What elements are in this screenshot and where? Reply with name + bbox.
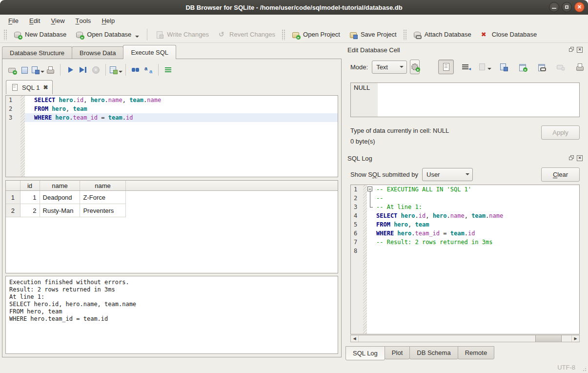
menu-view[interactable]: View bbox=[45, 15, 70, 26]
cell-value-editor[interactable]: NULL bbox=[350, 83, 580, 117]
dropdown-arrow-icon[interactable] bbox=[119, 71, 122, 73]
toolbar-handle[interactable] bbox=[403, 29, 406, 40]
menu-file[interactable]: File bbox=[3, 15, 24, 26]
write-changes-icon bbox=[155, 30, 164, 39]
save-sql-file-button[interactable] bbox=[31, 63, 44, 76]
toolbar-separator bbox=[105, 64, 106, 76]
apply-button: Apply bbox=[541, 125, 580, 140]
tab-execute-sql[interactable]: Execute SQL bbox=[123, 45, 176, 59]
print-button[interactable] bbox=[44, 63, 57, 76]
corner-header[interactable] bbox=[6, 181, 20, 191]
cell[interactable]: 2 bbox=[20, 204, 40, 217]
save-project-button[interactable]: Save Project bbox=[345, 28, 401, 41]
fold-marker[interactable]: − bbox=[367, 185, 374, 194]
toolbar-handle[interactable] bbox=[282, 29, 285, 40]
format-sql-icon bbox=[164, 65, 173, 74]
tab-database-structure[interactable]: Database Structure bbox=[2, 46, 72, 59]
table-row[interactable]: 22Rusty-ManPreventers bbox=[6, 204, 338, 217]
sql-editor[interactable]: 1SELECT hero.id, hero.name, team.name2FR… bbox=[5, 95, 338, 177]
tab-browse-data[interactable]: Browse Data bbox=[72, 46, 123, 59]
open-sql-file-button[interactable] bbox=[19, 63, 31, 76]
auto-switch-mode-button[interactable] bbox=[410, 60, 420, 74]
cell[interactable]: Preventers bbox=[80, 204, 125, 217]
save-results-button[interactable] bbox=[109, 63, 122, 76]
code-line: 8 bbox=[351, 247, 579, 255]
close-button[interactable]: ✕ bbox=[574, 2, 585, 12]
cell[interactable]: 1 bbox=[20, 191, 40, 204]
execute-all-button[interactable] bbox=[64, 63, 77, 76]
dock-tab-plot[interactable]: Plot bbox=[385, 346, 410, 359]
cell[interactable]: Deadpond bbox=[40, 191, 80, 204]
open-database-button[interactable]: Open Database bbox=[71, 28, 143, 41]
scroll-left-icon[interactable]: ◀ bbox=[351, 335, 359, 342]
edit-cell-title: Edit Database Cell bbox=[347, 46, 400, 54]
filter-select[interactable]: User bbox=[422, 168, 473, 181]
scrollbar-thumb[interactable] bbox=[535, 335, 562, 342]
menu-help[interactable]: Help bbox=[96, 15, 120, 26]
maximize-button[interactable] bbox=[562, 2, 572, 12]
open-external-button[interactable] bbox=[534, 60, 549, 74]
column-header-id-0[interactable]: id bbox=[20, 181, 40, 191]
export-file-button[interactable] bbox=[496, 60, 511, 74]
resize-grip[interactable] bbox=[581, 366, 587, 372]
new-sql-tab-button[interactable] bbox=[6, 63, 19, 76]
chevron-down-icon bbox=[400, 66, 404, 68]
column-header-name-2[interactable]: name bbox=[80, 181, 125, 191]
float-panel-icon[interactable] bbox=[569, 155, 575, 161]
fold-column bbox=[367, 211, 374, 220]
attach-database-button[interactable]: Attach Database bbox=[408, 28, 476, 41]
mode-select[interactable]: Text bbox=[372, 61, 407, 74]
dock-tab-db-schema[interactable]: DB Schema bbox=[409, 346, 458, 359]
titlebar[interactable]: DB Browser for SQLite - /home/user/code/… bbox=[0, 0, 588, 15]
menu-edit[interactable]: Edit bbox=[24, 15, 45, 26]
scrollbar-track[interactable] bbox=[359, 335, 571, 342]
dock-tab-sql-log[interactable]: SQL Log bbox=[345, 346, 385, 360]
close-database-icon bbox=[480, 30, 489, 39]
word-wrap-button[interactable] bbox=[458, 60, 473, 74]
find-replace-button[interactable] bbox=[142, 63, 155, 76]
find-button[interactable] bbox=[129, 63, 142, 76]
line-number: 2 bbox=[6, 104, 20, 113]
execute-all-icon bbox=[66, 65, 75, 74]
scroll-right-icon[interactable]: ▶ bbox=[571, 335, 579, 342]
cell[interactable]: Rusty-Man bbox=[40, 204, 80, 217]
close-tab-icon[interactable]: ✖ bbox=[43, 84, 48, 90]
text-mode-button[interactable] bbox=[438, 60, 454, 74]
stop-icon bbox=[91, 65, 100, 74]
table-row[interactable]: 11DeadpondZ-Force bbox=[6, 191, 338, 204]
column-header-name-1[interactable]: name bbox=[40, 181, 80, 191]
toolbar-handle[interactable] bbox=[3, 29, 7, 40]
code-line: 3-- At line 1: bbox=[351, 203, 579, 211]
button-label: Attach Database bbox=[425, 31, 471, 38]
menu-tools[interactable]: Tools bbox=[70, 15, 97, 26]
import-file-button[interactable] bbox=[515, 60, 530, 74]
sql-log-view[interactable]: 1−-- EXECUTING ALL IN 'SQL 1'2--3-- At l… bbox=[350, 185, 580, 334]
minimize-button[interactable] bbox=[549, 2, 559, 12]
revert-changes-button: Revert Changes bbox=[213, 28, 280, 41]
main-toolbar: New DatabaseOpen DatabaseWrite ChangesRe… bbox=[0, 26, 588, 43]
row-header[interactable]: 2 bbox=[6, 204, 20, 217]
print-button[interactable] bbox=[572, 60, 587, 74]
open-project-button[interactable]: Open Project bbox=[287, 28, 345, 41]
cell[interactable]: Z-Force bbox=[80, 191, 125, 204]
execute-line-button[interactable] bbox=[77, 63, 89, 76]
cell-value-area[interactable] bbox=[378, 83, 579, 117]
menubar: FileEditViewToolsHelp bbox=[0, 15, 588, 26]
print-icon bbox=[575, 62, 584, 71]
cell-size-text: 0 byte(s) bbox=[350, 136, 541, 147]
log-h-scrollbar[interactable]: ◀ ▶ bbox=[350, 335, 580, 342]
execute-line-icon bbox=[79, 65, 87, 74]
new-database-button[interactable]: New Database bbox=[9, 28, 71, 41]
format-sql-button[interactable] bbox=[162, 63, 175, 76]
close-panel-icon[interactable]: ✕ bbox=[577, 155, 583, 161]
clear-button[interactable]: Clear bbox=[541, 167, 580, 182]
close-database-button[interactable]: Close Database bbox=[476, 28, 542, 41]
float-panel-icon[interactable] bbox=[569, 47, 575, 53]
sql-tab[interactable]: SQL 1 ✖ bbox=[6, 80, 53, 94]
dock-tab-remote[interactable]: Remote bbox=[458, 346, 495, 359]
results-table[interactable]: idnamename11DeadpondZ-Force22Rusty-ManPr… bbox=[5, 180, 338, 273]
output-line: SELECT hero.id, hero.name, team.name bbox=[9, 301, 334, 308]
dropdown-arrow-icon[interactable] bbox=[135, 36, 139, 38]
row-header[interactable]: 1 bbox=[6, 191, 20, 204]
close-panel-icon[interactable]: ✕ bbox=[577, 47, 583, 53]
